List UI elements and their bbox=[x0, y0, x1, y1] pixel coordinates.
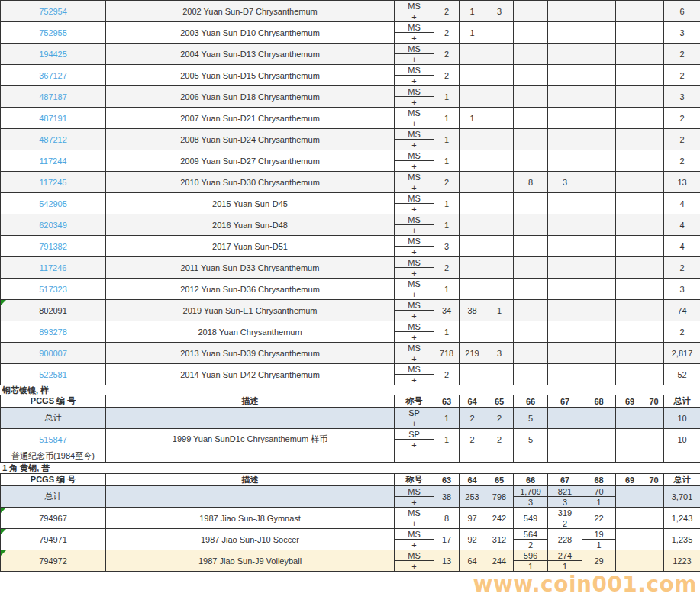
col-header-grade-63: 63 bbox=[434, 474, 460, 486]
grid-section-label-row: 普通纪念币(1984至今) bbox=[1, 450, 700, 463]
grade-cell-64: 1 bbox=[460, 108, 485, 129]
pcgs-number-link[interactable]: 620349 bbox=[1, 214, 106, 236]
grade-cell-63: 38 bbox=[434, 486, 460, 508]
grade-cell-67 bbox=[548, 321, 582, 343]
table-row: 6203492016 Yuan Sun-D48MS14 bbox=[1, 214, 700, 225]
pcgs-number-link[interactable]: 117245 bbox=[1, 172, 106, 193]
grade-cell-69 bbox=[616, 44, 644, 65]
designation-cell-plus: + bbox=[395, 268, 434, 279]
table-row: 总计SP122510 bbox=[1, 408, 700, 418]
grade-cell-66 bbox=[514, 343, 548, 364]
pcgs-number-link[interactable]: 752954 bbox=[1, 1, 106, 22]
grade-cell-65: 312 bbox=[485, 529, 514, 550]
pcgs-number-link[interactable]: 517323 bbox=[1, 279, 106, 300]
pcgs-number-link[interactable]: 900007 bbox=[1, 343, 106, 364]
pcgs-number-link[interactable]: 487187 bbox=[1, 86, 106, 108]
designation-cell-plus: + bbox=[395, 375, 434, 385]
total-cell: 2 bbox=[664, 129, 700, 150]
description-cell: 1987 Jiao Sun-J9 Volleyball bbox=[106, 550, 395, 572]
designation-cell-top: MS bbox=[395, 150, 434, 161]
grade-cell-67 bbox=[548, 429, 582, 450]
pcgs-number-link[interactable]: 791382 bbox=[1, 236, 106, 257]
pcgs-number-cell: 794967 bbox=[1, 508, 106, 529]
grade-cell-70 bbox=[644, 364, 664, 385]
grade-cell-68-plus: 1 bbox=[582, 540, 616, 550]
total-cell: 2 bbox=[664, 150, 700, 172]
grade-cell-69 bbox=[616, 172, 644, 193]
section-label-commemorative: 普通纪念币(1984至今) bbox=[1, 450, 106, 463]
grade-cell-66 bbox=[514, 279, 548, 300]
grade-cell-67 bbox=[548, 65, 582, 86]
grade-cell-66 bbox=[514, 86, 548, 108]
designation-cell-top: MS bbox=[395, 529, 434, 540]
total-cell: 3 bbox=[664, 22, 700, 44]
designation-cell-top: MS bbox=[395, 236, 434, 247]
pcgs-number-link[interactable]: 117244 bbox=[1, 150, 106, 172]
grade-cell-69 bbox=[616, 343, 644, 364]
grade-cell-64: 97 bbox=[460, 508, 485, 529]
designation-cell-plus: + bbox=[395, 247, 434, 257]
pcgs-number-link[interactable]: 367127 bbox=[1, 65, 106, 86]
grade-cell-64: 64 bbox=[460, 550, 485, 572]
pcgs-number-link[interactable]: 522581 bbox=[1, 364, 106, 385]
grade-cell-67-plus: 1 bbox=[548, 561, 582, 572]
grade-cell-69 bbox=[616, 408, 644, 429]
table-row: 7913822017 Yuan Sun-D51MS34 bbox=[1, 236, 700, 247]
col-header-description: 描述 bbox=[106, 474, 395, 486]
grade-cell-70 bbox=[644, 236, 664, 257]
grade-cell-66 bbox=[514, 22, 548, 44]
grade-cell-68 bbox=[582, 150, 616, 172]
designation-cell-top: SP bbox=[395, 408, 434, 418]
grade-cell-70 bbox=[644, 343, 664, 364]
designation-cell-top: MS bbox=[395, 44, 434, 54]
table-row: 1944252004 Yuan Sun-D13 ChrysanthemumMS2… bbox=[1, 44, 700, 54]
grade-cell-66 bbox=[514, 1, 548, 22]
grade-cell-65 bbox=[485, 214, 514, 236]
grade-cell-68: 29 bbox=[582, 550, 616, 572]
table-row: 4871912007 Yuan Sun-D21 ChrysanthemumMS1… bbox=[1, 108, 700, 118]
designation-cell-plus: + bbox=[395, 11, 434, 22]
grade-cell-64: 38 bbox=[460, 300, 485, 321]
grade-cell-69 bbox=[616, 279, 644, 300]
pcgs-number-link[interactable]: 893278 bbox=[1, 321, 106, 343]
table-row: 1172462011 Yuan Sun-D33 ChrysanthemumMS2… bbox=[1, 257, 700, 268]
table-row: 7949671987 Jiao Sun-J8 GymnastMS89724254… bbox=[1, 508, 700, 518]
pcgs-number-link[interactable]: 194425 bbox=[1, 44, 106, 65]
grade-cell-67-top: 821 bbox=[548, 486, 582, 497]
grade-cell-69 bbox=[616, 257, 644, 279]
grade-cell-69 bbox=[616, 22, 644, 44]
grade-cell-66-plus: 2 bbox=[514, 540, 548, 550]
pcgs-number-link[interactable]: 752955 bbox=[1, 22, 106, 44]
grade-cell-63: 34 bbox=[434, 300, 460, 321]
grade-cell-64 bbox=[460, 257, 485, 279]
designation-cell-top: MS bbox=[395, 193, 434, 204]
grade-cell-65: 244 bbox=[485, 550, 514, 572]
description-cell: 2017 Yuan Sun-D51 bbox=[106, 236, 395, 257]
grade-cell-67 bbox=[548, 1, 582, 22]
grade-cell-64 bbox=[460, 193, 485, 214]
jiao-brass-ms-table: PCGS 编 号描述称号6364656667686970总计总计MS382537… bbox=[0, 473, 700, 572]
designation-cell-plus: + bbox=[395, 33, 434, 44]
designation-cell-top: MS bbox=[395, 172, 434, 182]
grade-cell-63: 17 bbox=[434, 529, 460, 550]
grade-cell-63: 1 bbox=[434, 150, 460, 172]
grade-cell-69 bbox=[616, 529, 644, 550]
grade-cell-68 bbox=[582, 236, 616, 257]
pcgs-number-link[interactable]: 542905 bbox=[1, 193, 106, 214]
pcgs-number-link[interactable]: 487212 bbox=[1, 129, 106, 150]
grade-cell-66 bbox=[514, 129, 548, 150]
description-cell: 2014 Yuan Sun-D42 Chrysanthemum bbox=[106, 364, 395, 385]
section-label-jiao-brass: 1 角 黄钢, 普 bbox=[0, 463, 700, 473]
grade-cell-70 bbox=[644, 108, 664, 129]
pcgs-number-link[interactable]: 117246 bbox=[1, 257, 106, 279]
grade-cell-66-plus: 1 bbox=[514, 561, 548, 572]
grade-cell-64 bbox=[460, 65, 485, 86]
population-report-page: 7529542002 Yuan Sun-D7 ChrysanthemumMS21… bbox=[0, 0, 700, 603]
grade-cell-63: 1 bbox=[434, 108, 460, 129]
grade-cell-64: 1 bbox=[460, 22, 485, 44]
grade-cell-66: 5 bbox=[514, 408, 548, 429]
total-cell: 2 bbox=[664, 44, 700, 65]
pcgs-number-link[interactable]: 515847 bbox=[1, 429, 106, 450]
grade-cell-69 bbox=[616, 508, 644, 529]
pcgs-number-link[interactable]: 487191 bbox=[1, 108, 106, 129]
